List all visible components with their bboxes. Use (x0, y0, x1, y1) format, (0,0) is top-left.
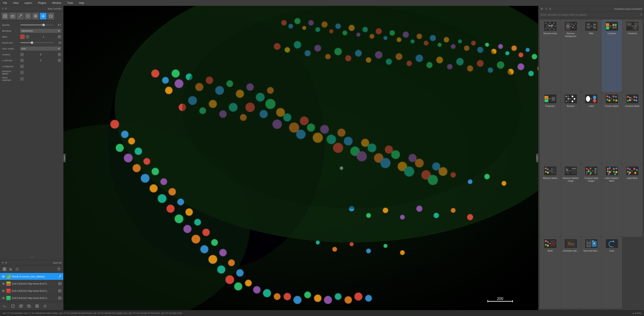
op-measure-labeled-image[interactable]: Measure labeled image (561, 164, 581, 237)
grid-view-btn[interactable] (34, 303, 40, 309)
remove-background-icon (564, 21, 577, 31)
op-mesh[interactable]: Mesh (540, 237, 560, 309)
svg-rect-298 (606, 23, 609, 26)
tool-pencil[interactable] (17, 13, 24, 19)
n-edit-dim-plus-btn[interactable]: + (58, 59, 61, 62)
brush-size-slider[interactable] (20, 42, 54, 43)
tool-erase[interactable] (9, 13, 16, 19)
menu-help[interactable]: Help (78, 1, 86, 5)
activity-btn[interactable]: ▲ activity (632, 312, 642, 314)
3d-in-btn[interactable] (18, 303, 24, 309)
blending-select[interactable]: translucent ▼ (20, 29, 61, 33)
label-color-swatch[interactable] (20, 35, 24, 39)
menu-tools[interactable]: Tools (66, 1, 74, 5)
preserve-labels-checkbox[interactable] (20, 71, 24, 74)
layer-vis-3[interactable] (2, 296, 5, 300)
op-projection[interactable]: Projection (540, 92, 560, 164)
projection-icon (544, 94, 556, 104)
layer-item-0[interactable]: Result of voronoi_otsu_labeling ... (0, 273, 63, 280)
svg-point-238 (434, 213, 439, 218)
layer-list-vis-icon[interactable]: 👁 (2, 261, 4, 264)
layer-item-3[interactable]: E18.5 EdU16.5 9bp Homo Em3 S... (0, 295, 63, 302)
op-combine-labels[interactable]: Combine labels (622, 92, 642, 164)
contour-minus-btn[interactable]: − (20, 53, 24, 56)
svg-marker-18 (44, 16, 45, 16)
layer-delete-btn[interactable] (56, 266, 62, 272)
menu-plugins[interactable]: Plugins (36, 1, 48, 5)
left-panel-collapse-handle[interactable] (64, 154, 66, 162)
operations-grid: Remove noise (538, 18, 644, 310)
contour-plus-btn[interactable]: + (58, 53, 61, 56)
panel-collapse-dots[interactable]: • • • (0, 255, 63, 260)
layer-item-2[interactable]: E18.5 EdU16.5 9bp Homo Em3 S... (0, 287, 63, 295)
layer-cursor-btn[interactable] (8, 266, 14, 272)
op-undo[interactable]: Undo (602, 237, 622, 309)
label-plus-btn[interactable]: + (58, 35, 61, 38)
svg-rect-393 (575, 168, 576, 169)
svg-point-12 (35, 15, 36, 17)
assistant-help-btn[interactable]: ? (640, 13, 642, 16)
svg-point-1 (5, 16, 6, 16)
op-label-neighbor-filters[interactable]: Label neighbor filters (602, 164, 622, 237)
layer-controls-settings-icon[interactable]: ⚙ (5, 7, 7, 10)
layer-list-settings-icon[interactable]: ⚙ (5, 261, 8, 264)
label-minus-btn[interactable]: − (26, 35, 29, 38)
tool-selection[interactable] (48, 13, 54, 19)
menu-file[interactable]: File (2, 1, 8, 5)
op-filter[interactable]: Filter (581, 20, 601, 92)
svg-point-167 (185, 208, 193, 216)
tool-move[interactable] (40, 13, 46, 19)
svg-point-384 (567, 171, 569, 173)
console-icon (3, 304, 7, 308)
op-process-labels[interactable]: Process labels (602, 92, 622, 164)
assistant-settings-icon[interactable]: ⚙ (549, 7, 551, 10)
assistant-close-btn[interactable]: ✕ (540, 7, 544, 10)
layer-shape-btn[interactable] (14, 266, 20, 272)
menu-layers[interactable]: Layers (23, 1, 33, 5)
svg-point-256 (537, 157, 538, 157)
layer-vis-2[interactable] (2, 289, 5, 293)
svg-rect-31 (58, 268, 60, 270)
layer-grid-btn[interactable] (2, 266, 7, 272)
layer-controls-home-icon[interactable]: ⊙ (2, 7, 4, 10)
op-combine[interactable]: Combine (602, 20, 622, 92)
assistant-search-input[interactable] (540, 13, 638, 16)
3d-out-btn[interactable] (26, 303, 32, 309)
op-label[interactable]: Label (581, 92, 601, 164)
svg-point-179 (236, 269, 244, 277)
show-selected-checkbox[interactable] (20, 77, 24, 80)
op-label-filters[interactable]: Label filters (622, 164, 642, 237)
canvas-area[interactable]: 200 (64, 6, 538, 310)
layer-list-header: 👁 ⚙ layer list (0, 260, 63, 266)
tool-fill-circle[interactable] (32, 13, 39, 19)
console-btn[interactable] (2, 303, 8, 309)
home-btn[interactable] (42, 303, 48, 309)
layer-item-1[interactable]: E18.5 EdU16.5 9bp Homo Em3 S... (0, 280, 63, 287)
layer-vis-1[interactable] (2, 282, 5, 285)
contiguous-checkbox[interactable] (20, 65, 24, 68)
op-remove-noise[interactable]: Remove noise (540, 20, 560, 92)
color-mode-select[interactable]: auto ▼ (20, 47, 61, 50)
menu-view[interactable]: View (12, 1, 20, 5)
op-generate-code[interactable]: (y) Generate code... (561, 237, 581, 309)
op-save-load[interactable]: Save and load ... (581, 237, 601, 309)
square-btn[interactable] (10, 303, 16, 309)
layer-vis-0[interactable] (2, 275, 5, 278)
svg-point-285 (574, 28, 575, 29)
op-remove-background[interactable]: Remove background (561, 20, 581, 92)
tool-transform[interactable] (2, 13, 8, 19)
menu-window[interactable]: Window (51, 1, 62, 5)
n-edit-dim-minus-btn[interactable]: − (20, 59, 24, 62)
svg-point-431 (629, 168, 631, 170)
selection-icon (49, 14, 53, 18)
op-measure-labels[interactable]: Measure labels (540, 164, 560, 237)
opacity-slider[interactable] (20, 24, 54, 25)
right-panel-collapse-handle[interactable] (536, 154, 538, 162)
eye-icon-2 (2, 290, 5, 292)
op-binarize[interactable]: Binarize (561, 92, 581, 164)
op-compare-label-images[interactable]: Compare label images (581, 164, 601, 237)
op-transform[interactable]: A A Transform (622, 20, 642, 92)
svg-point-366 (544, 167, 547, 169)
tool-polygon[interactable] (24, 13, 31, 19)
assistant-refresh-icon[interactable]: ↺ (545, 7, 547, 10)
